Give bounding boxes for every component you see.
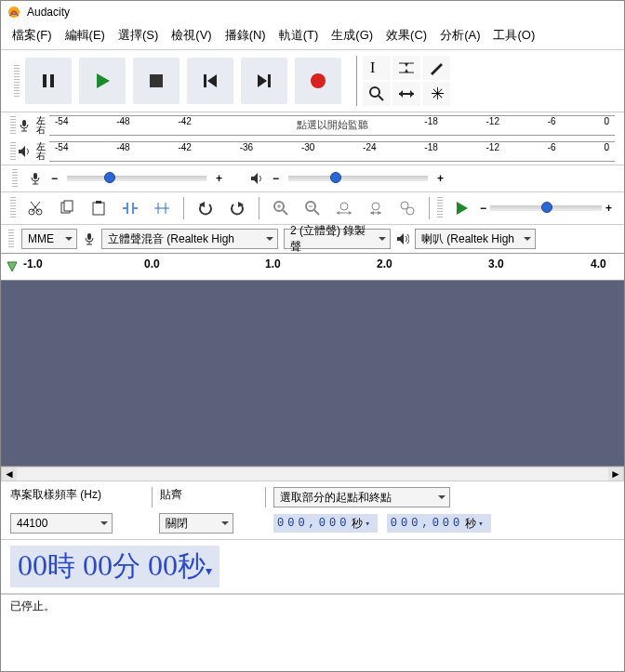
svg-rect-5 <box>204 74 206 87</box>
svg-rect-19 <box>22 120 26 126</box>
selection-end-spinner[interactable]: 000,000秒▾ <box>386 513 492 534</box>
zoom-toggle-button[interactable] <box>393 195 421 221</box>
recording-device-select[interactable]: 立體聲混音 (Realtek High <box>101 229 278 249</box>
grip-icon[interactable] <box>14 65 20 97</box>
menu-generate[interactable]: 生成(G) <box>326 25 379 46</box>
grip-icon[interactable] <box>8 230 14 248</box>
trim-button[interactable] <box>116 195 144 221</box>
svg-point-49 <box>406 207 414 215</box>
snap-to-select[interactable]: 關閉 <box>159 513 233 534</box>
plus-icon: + <box>437 172 444 185</box>
grip-icon[interactable] <box>10 142 16 161</box>
tracks-area[interactable] <box>1 281 624 467</box>
svg-marker-16 <box>399 90 403 98</box>
grip-icon[interactable] <box>10 197 16 219</box>
selection-toolbar: 專案取樣頻率 (Hz) 貼齊 選取部分的起點和終點 44100 關閉 000,0… <box>1 481 624 539</box>
record-button[interactable] <box>295 58 341 104</box>
timeline-pin-icon[interactable] <box>1 254 23 280</box>
copy-button[interactable] <box>53 195 81 221</box>
menu-effect[interactable]: 效果(C) <box>380 25 432 46</box>
audio-host-select[interactable]: MME <box>21 229 77 249</box>
cut-button[interactable] <box>21 195 49 221</box>
zoom-tool[interactable] <box>363 82 391 106</box>
playback-speed-slider[interactable] <box>490 205 602 211</box>
status-bar: 已停止。 <box>1 594 624 618</box>
fit-selection-button[interactable] <box>330 195 358 221</box>
tools-toolbar: I ✳ <box>356 56 450 106</box>
undo-button[interactable] <box>192 195 219 221</box>
speaker-icon <box>250 172 263 185</box>
rec-meter-scale[interactable]: -54-48-42-36-30-24-18-12-60 點選以開始監聽 <box>49 115 615 136</box>
minus-icon: − <box>480 202 486 215</box>
menu-edit[interactable]: 編輯(E) <box>60 25 111 46</box>
svg-marker-52 <box>397 233 404 244</box>
meter-lr-label: 左右 <box>36 116 49 135</box>
device-toolbar: MME 立體聲混音 (Realtek High 2 (立體聲) 錄製聲 喇叭 (… <box>1 225 624 253</box>
grip-icon[interactable] <box>12 169 18 188</box>
recording-volume-slider[interactable] <box>67 176 206 181</box>
envelope-tool[interactable] <box>392 56 420 80</box>
svg-rect-28 <box>64 201 73 211</box>
selection-start-spinner[interactable]: 000,000秒▾ <box>273 513 379 534</box>
mixer-toolbar: − + − + <box>1 165 624 191</box>
minus-icon: − <box>51 172 58 185</box>
menu-view[interactable]: 檢視(V) <box>166 25 217 46</box>
menu-tracks[interactable]: 軌道(T) <box>273 25 325 46</box>
play-at-speed-button[interactable] <box>448 195 476 221</box>
zoom-in-button[interactable] <box>267 195 295 221</box>
fit-project-button[interactable] <box>362 195 390 221</box>
skip-end-button[interactable] <box>241 58 287 104</box>
svg-marker-42 <box>337 211 339 215</box>
pause-button[interactable] <box>25 58 72 104</box>
skip-start-button[interactable] <box>187 58 233 104</box>
recording-meter[interactable]: 左右 -54-48-42-36-30-24-18-12-60 點選以開始監聽 <box>1 112 624 138</box>
svg-text:✳: ✳ <box>431 86 445 102</box>
svg-rect-29 <box>93 203 104 215</box>
svg-text:I: I <box>370 59 375 75</box>
multi-tool[interactable]: ✳ <box>422 82 450 106</box>
menu-file[interactable]: 檔案(F) <box>7 25 58 46</box>
scroll-left-icon[interactable]: ◄ <box>2 468 17 481</box>
meter-lr-label: 左右 <box>36 142 49 161</box>
recording-channels-select[interactable]: 2 (立體聲) 錄製聲 <box>284 229 391 249</box>
playback-device-select[interactable]: 喇叭 (Realtek High <box>415 229 536 249</box>
grip-icon[interactable] <box>437 197 443 219</box>
horizontal-scrollbar[interactable]: ◄ ► <box>1 467 624 481</box>
paste-button[interactable] <box>85 195 113 221</box>
audio-position-display[interactable]: 00時 00分 00秒▾ <box>10 546 219 587</box>
svg-rect-21 <box>33 173 37 179</box>
playback-volume-slider[interactable] <box>288 176 428 181</box>
silence-button[interactable] <box>148 195 176 221</box>
redo-button[interactable] <box>223 195 251 221</box>
project-rate-label: 專案取樣頻率 (Hz) <box>10 487 140 507</box>
mic-icon <box>29 172 42 185</box>
menu-select[interactable]: 選擇(S) <box>113 25 164 46</box>
project-rate-select[interactable]: 44100 <box>10 513 113 534</box>
svg-line-26 <box>31 202 39 212</box>
menu-tools[interactable]: 工具(O) <box>487 25 540 46</box>
menu-analyze[interactable]: 分析(A) <box>434 25 485 46</box>
meter-hint[interactable]: 點選以開始監聽 <box>297 118 368 132</box>
zoom-out-button[interactable] <box>299 195 326 221</box>
playback-meter[interactable]: 左右 -54-48-42-36-30-24-18-12-60 <box>1 138 624 165</box>
timeshift-tool[interactable] <box>392 82 420 106</box>
menu-transport[interactable]: 播錄(N) <box>219 25 272 46</box>
play-button[interactable] <box>79 58 126 104</box>
edit-toolbar: − + <box>1 192 624 224</box>
svg-marker-7 <box>258 74 267 87</box>
svg-point-0 <box>8 7 20 18</box>
selection-tool[interactable]: I <box>363 56 391 80</box>
selection-mode-select[interactable]: 選取部分的起點和終點 <box>273 487 450 507</box>
draw-tool[interactable] <box>422 56 450 80</box>
svg-marker-20 <box>19 146 25 157</box>
app-title: Audacity <box>27 6 70 19</box>
plus-icon: + <box>605 202 612 215</box>
play-meter-scale[interactable]: -54-48-42-36-30-24-18-12-60 <box>49 141 615 162</box>
scroll-right-icon[interactable]: ► <box>608 468 623 481</box>
speaker-icon <box>396 232 409 245</box>
grip-icon[interactable] <box>10 116 16 135</box>
timeline-ruler[interactable]: -1.0 0.0 1.0 2.0 3.0 4.0 <box>1 253 624 281</box>
stop-button[interactable] <box>133 58 180 104</box>
svg-marker-43 <box>349 211 352 215</box>
transport-toolbar: I ✳ <box>1 50 624 112</box>
